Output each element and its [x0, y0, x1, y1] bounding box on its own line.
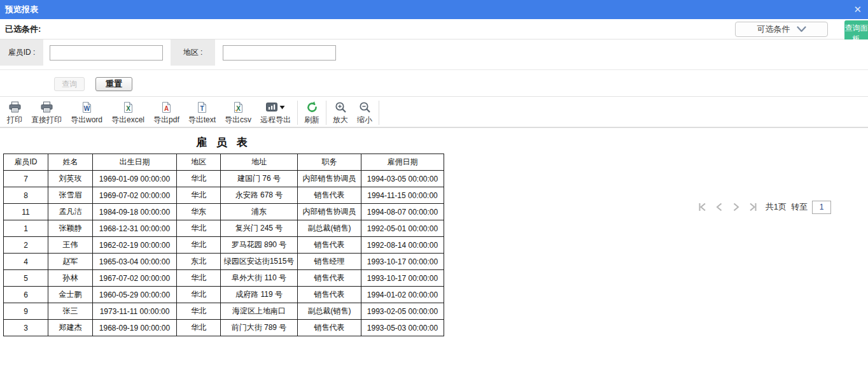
- export-csv-button[interactable]: X导出csv: [220, 100, 256, 125]
- table-cell: 1993-05-03 00:00:00: [361, 320, 444, 336]
- svg-text:T: T: [200, 105, 204, 112]
- toolbar-item-label: 打印: [7, 115, 22, 125]
- printer-icon: [40, 101, 53, 113]
- query-button[interactable]: 查询: [54, 77, 85, 91]
- table-cell: 1993-02-05 00:00:00: [361, 303, 444, 320]
- preview-report-window: { "titlebar": { "title": "预览报表", "close_…: [0, 0, 868, 365]
- table-cell: 销售经理: [298, 254, 361, 270]
- table-cell: 孙林: [48, 270, 93, 287]
- first-page-button[interactable]: [697, 202, 707, 212]
- table-row: 4赵军1965-03-04 00:00:00东北绿园区安达街1515号销售经理1…: [4, 254, 444, 270]
- zoom-out-button[interactable]: 缩小: [353, 100, 377, 125]
- reset-button[interactable]: 重置: [95, 77, 132, 91]
- table-cell: 东北: [177, 254, 221, 270]
- svg-text:A: A: [164, 105, 169, 112]
- titlebar: 预览报表 ✕: [0, 0, 868, 19]
- toolbar-item-label: 导出excel: [111, 115, 144, 125]
- region-input[interactable]: [223, 45, 336, 61]
- refresh-icon: [305, 101, 319, 114]
- toolbar-item-label: 导出text: [188, 115, 216, 125]
- print-button[interactable]: 打印: [3, 100, 27, 125]
- toolbar-item-label: 导出pdf: [153, 115, 179, 125]
- table-cell: 1994-01-02 00:00:00: [361, 287, 444, 303]
- word-file-icon: W: [81, 101, 92, 113]
- table-row: 7刘英玫1969-01-09 00:00:00华北建国门 76 号内部销售协调员…: [4, 171, 444, 187]
- prev-page-button[interactable]: [714, 202, 724, 212]
- export-excel-button[interactable]: X导出excel: [107, 100, 149, 125]
- table-cell: 阜外大街 110 号: [221, 270, 298, 287]
- table-cell: 8: [4, 187, 48, 204]
- table-cell: 1967-07-02 00:00:00: [93, 270, 177, 287]
- table-cell: 1: [4, 220, 48, 237]
- next-page-button[interactable]: [731, 202, 741, 212]
- table-cell: 郑建杰: [48, 320, 93, 336]
- export-pdf-button[interactable]: A导出pdf: [149, 100, 184, 125]
- toolbar-item-label: 直接打印: [31, 115, 62, 125]
- table-cell: 复兴门 245 号: [221, 220, 298, 237]
- export-text-button[interactable]: T导出text: [184, 100, 220, 125]
- table-cell: 孟凡洁: [48, 204, 93, 220]
- table-cell: 销售代表: [298, 320, 361, 336]
- table-cell: 华北: [177, 320, 221, 336]
- zoom-in-button[interactable]: 放大: [328, 100, 353, 125]
- direct-print-button[interactable]: 直接打印: [27, 100, 66, 125]
- table-cell: 1973-11-11 00:00:00: [93, 303, 177, 320]
- employee-id-input[interactable]: [50, 45, 163, 61]
- remote-export-button[interactable]: 远程导出: [256, 100, 295, 125]
- optional-conditions-label: 可选条件: [757, 24, 790, 35]
- column-header: 地址: [221, 154, 298, 171]
- optional-conditions-button[interactable]: 可选条件: [735, 22, 828, 37]
- column-header: 雇员ID: [4, 154, 48, 171]
- column-header: 雇佣日期: [361, 154, 444, 171]
- column-header: 职务: [298, 154, 361, 171]
- table-cell: 5: [4, 270, 48, 287]
- table-cell: 4: [4, 254, 48, 270]
- chart-export-icon: [266, 103, 277, 112]
- export-word-button[interactable]: W导出word: [66, 100, 107, 125]
- zoom-out-icon: [359, 101, 371, 113]
- toolbar-icon-group: [359, 100, 371, 115]
- toolbar-items: 打印直接打印W导出wordX导出excelA导出pdfT导出textX导出csv…: [3, 100, 381, 125]
- table-row: 3郑建杰1968-09-19 00:00:00华北前门大街 789 号销售代表1…: [4, 320, 444, 336]
- table-cell: 3: [4, 320, 48, 336]
- close-icon[interactable]: ✕: [853, 0, 862, 19]
- table-cell: 1993-10-17 00:00:00: [361, 270, 444, 287]
- selected-conditions-label: 已选条件:: [5, 19, 41, 39]
- toolbar-item-label: 远程导出: [260, 115, 291, 125]
- goto-page-input[interactable]: [812, 201, 831, 214]
- table-cell: 金士鹏: [48, 287, 93, 303]
- table-cell: 赵军: [48, 254, 93, 270]
- table-cell: 2: [4, 237, 48, 254]
- employee-table: 雇员ID姓名出生日期地区地址职务雇佣日期7刘英玫1969-01-09 00:00…: [3, 154, 444, 336]
- table-row: 2王伟1962-02-19 00:00:00华北罗马花园 890 号销售代表19…: [4, 237, 444, 254]
- svg-text:W: W: [83, 105, 90, 112]
- table-row: 9张三1973-11-11 00:00:00华北海淀区上地南口副总裁(销售)19…: [4, 303, 444, 320]
- table-cell: 张颖静: [48, 220, 93, 237]
- condition-fields-row: 雇员ID : 地区 :: [0, 39, 868, 70]
- toolbar-item-label: 导出word: [71, 115, 102, 125]
- table-cell: 张雪眉: [48, 187, 93, 204]
- table-cell: 副总裁(销售): [298, 303, 361, 320]
- last-page-button[interactable]: [748, 202, 759, 212]
- employee-id-label: 雇员ID :: [0, 39, 43, 66]
- table-cell: 销售代表: [298, 270, 361, 287]
- report-title: 雇 员 表: [3, 135, 444, 150]
- toolbar-icon-group: [305, 100, 319, 115]
- table-row: 6金士鹏1960-05-29 00:00:00华北成府路 119 号销售代表19…: [4, 287, 444, 303]
- toolbar-icon-group: [8, 100, 22, 115]
- table-cell: 1962-02-19 00:00:00: [93, 237, 177, 254]
- table-cell: 绿园区安达街1515号: [221, 254, 298, 270]
- table-cell: 华北: [177, 270, 221, 287]
- table-cell: 华北: [177, 171, 221, 187]
- table-cell: 华北: [177, 187, 221, 204]
- toolbar-divider: [297, 101, 298, 125]
- table-cell: 前门大街 789 号: [221, 320, 298, 336]
- table-row: 11孟凡洁1984-09-18 00:00:00华东浦东内部销售协调员1994-…: [4, 204, 444, 220]
- csv-file-icon: X: [233, 101, 244, 113]
- table-cell: 建国门 76 号: [221, 171, 298, 187]
- refresh-button[interactable]: 刷新: [300, 100, 324, 125]
- excel-file-icon: X: [123, 101, 134, 113]
- table-cell: 销售代表: [298, 187, 361, 204]
- table-cell: 1969-01-09 00:00:00: [93, 171, 177, 187]
- toolbar-icon-group: [266, 100, 285, 115]
